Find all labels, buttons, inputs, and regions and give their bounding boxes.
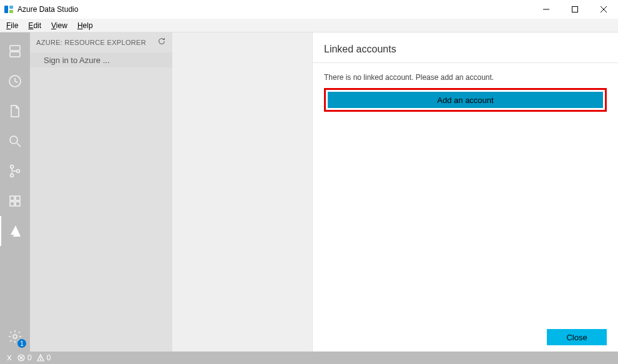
svg-point-14 xyxy=(11,165,14,169)
activity-bar: 1 xyxy=(0,32,30,352)
activity-servers[interactable] xyxy=(0,36,30,66)
menu-edit[interactable]: Edit xyxy=(23,20,46,31)
main-area: 1 AZURE: RESOURCE EXPLORER Sign in to Az… xyxy=(0,32,618,352)
svg-rect-2 xyxy=(9,10,13,13)
add-account-highlight: Add an account xyxy=(324,88,607,112)
svg-line-11 xyxy=(15,81,17,82)
window-controls xyxy=(532,0,618,19)
add-account-button[interactable]: Add an account xyxy=(328,92,603,108)
app-icon xyxy=(4,4,14,14)
settings-badge: 1 xyxy=(17,339,26,348)
svg-point-15 xyxy=(11,174,14,177)
status-remote[interactable] xyxy=(5,354,12,362)
menu-view[interactable]: View xyxy=(46,20,72,31)
svg-line-13 xyxy=(17,143,21,147)
sign-in-azure-row[interactable]: Sign in to Azure ... xyxy=(30,52,172,67)
activity-azure[interactable] xyxy=(0,216,30,246)
svg-rect-17 xyxy=(10,196,14,200)
app-title: Azure Data Studio xyxy=(17,5,78,14)
activity-tasks[interactable] xyxy=(0,66,30,96)
status-errors[interactable]: 0 xyxy=(17,353,32,362)
svg-rect-0 xyxy=(4,6,8,13)
close-window-button[interactable] xyxy=(589,0,618,19)
svg-point-16 xyxy=(17,170,20,173)
menu-help[interactable]: Help xyxy=(72,20,98,31)
svg-rect-4 xyxy=(572,7,578,12)
menubar: File Edit View Help xyxy=(0,19,618,32)
sidebar: AZURE: RESOURCE EXPLORER Sign in to Azur… xyxy=(30,32,172,352)
sidebar-header: AZURE: RESOURCE EXPLORER xyxy=(30,32,172,52)
activity-source-control[interactable] xyxy=(0,156,30,186)
sidebar-title: AZURE: RESOURCE EXPLORER xyxy=(36,39,146,46)
svg-point-26 xyxy=(40,360,41,360)
editor-area xyxy=(172,32,312,352)
activity-search[interactable] xyxy=(0,126,30,156)
errors-count: 0 xyxy=(27,353,32,362)
svg-rect-18 xyxy=(16,196,20,200)
status-warnings[interactable]: 0 xyxy=(37,353,51,362)
svg-rect-19 xyxy=(10,202,14,206)
titlebar: Azure Data Studio xyxy=(0,0,618,19)
svg-rect-20 xyxy=(16,202,20,206)
svg-rect-8 xyxy=(10,52,20,57)
activity-extensions[interactable] xyxy=(0,186,30,216)
svg-point-21 xyxy=(13,335,17,338)
status-bar: 0 0 xyxy=(0,352,618,364)
maximize-button[interactable] xyxy=(561,0,589,19)
close-panel-button[interactable]: Close xyxy=(547,329,607,345)
warnings-count: 0 xyxy=(47,353,51,362)
refresh-icon[interactable] xyxy=(157,37,166,48)
minimize-button[interactable] xyxy=(532,0,561,19)
panel-footer: Close xyxy=(313,323,618,352)
svg-point-12 xyxy=(10,136,17,144)
svg-rect-1 xyxy=(9,6,13,9)
panel-title: Linked accounts xyxy=(313,32,618,62)
activity-explorer[interactable] xyxy=(0,96,30,126)
activity-settings[interactable]: 1 xyxy=(0,322,30,352)
sign-in-label: Sign in to Azure ... xyxy=(44,56,110,65)
linked-accounts-panel: Linked accounts There is no linked accou… xyxy=(312,32,618,352)
menu-file[interactable]: File xyxy=(1,20,23,31)
svg-rect-7 xyxy=(10,46,20,51)
no-linked-account-message: There is no linked account. Please add a… xyxy=(324,73,607,82)
